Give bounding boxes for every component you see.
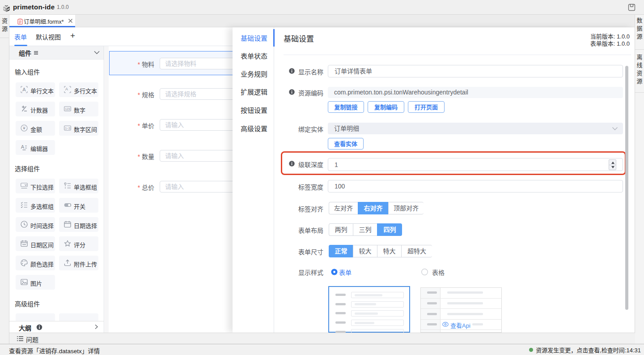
svg-text:A: A <box>65 87 68 91</box>
svg-text:1~3: 1~3 <box>65 127 70 130</box>
svg-text:¥: ¥ <box>22 125 25 130</box>
svg-text:123: 123 <box>65 107 70 111</box>
svg-text:A: A <box>21 144 25 150</box>
svg-text:A: A <box>22 87 26 92</box>
